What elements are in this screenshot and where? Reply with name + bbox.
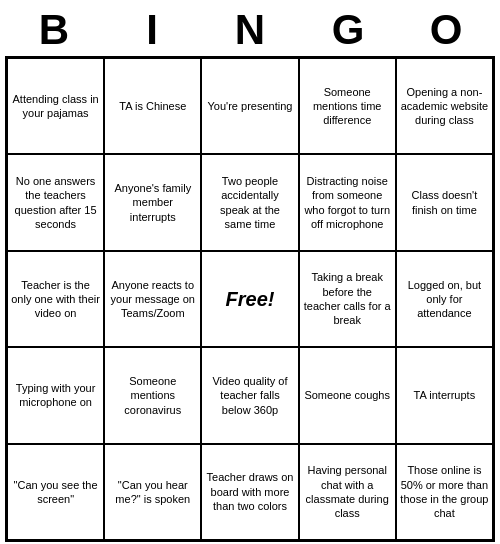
bingo-cell-5[interactable]: No one answers the teachers question aft… [7,154,104,250]
bingo-letter-b: B [9,6,99,54]
bingo-cell-12[interactable]: Free! [201,251,298,347]
bingo-cell-6[interactable]: Anyone's family member interrupts [104,154,201,250]
bingo-cell-22[interactable]: Teacher draws on board with more than tw… [201,444,298,540]
bingo-header: BINGO [5,0,495,56]
bingo-cell-19[interactable]: TA interrupts [396,347,493,443]
bingo-cell-14[interactable]: Logged on, but only for attendance [396,251,493,347]
bingo-cell-13[interactable]: Taking a break before the teacher calls … [299,251,396,347]
bingo-letter-n: N [205,6,295,54]
bingo-cell-9[interactable]: Class doesn't finish on time [396,154,493,250]
bingo-letter-o: O [401,6,491,54]
bingo-cell-20[interactable]: "Can you see the screen" [7,444,104,540]
bingo-cell-18[interactable]: Someone coughs [299,347,396,443]
bingo-cell-0[interactable]: Attending class in your pajamas [7,58,104,154]
bingo-cell-7[interactable]: Two people accidentally speak at the sam… [201,154,298,250]
bingo-cell-11[interactable]: Anyone reacts to your message on Teams/Z… [104,251,201,347]
bingo-letter-g: G [303,6,393,54]
bingo-cell-17[interactable]: Video quality of teacher falls below 360… [201,347,298,443]
bingo-cell-23[interactable]: Having personal chat with a classmate du… [299,444,396,540]
bingo-cell-8[interactable]: Distracting noise from someone who forgo… [299,154,396,250]
bingo-cell-4[interactable]: Opening a non-academic website during cl… [396,58,493,154]
bingo-cell-10[interactable]: Teacher is the only one with their video… [7,251,104,347]
bingo-cell-3[interactable]: Someone mentions time difference [299,58,396,154]
bingo-cell-15[interactable]: Typing with your microphone on [7,347,104,443]
bingo-cell-2[interactable]: You're presenting [201,58,298,154]
bingo-grid: Attending class in your pajamasTA is Chi… [5,56,495,542]
bingo-cell-1[interactable]: TA is Chinese [104,58,201,154]
bingo-letter-i: I [107,6,197,54]
bingo-cell-16[interactable]: Someone mentions coronavirus [104,347,201,443]
bingo-cell-24[interactable]: Those online is 50% or more than those i… [396,444,493,540]
bingo-cell-21[interactable]: "Can you hear me?" is spoken [104,444,201,540]
